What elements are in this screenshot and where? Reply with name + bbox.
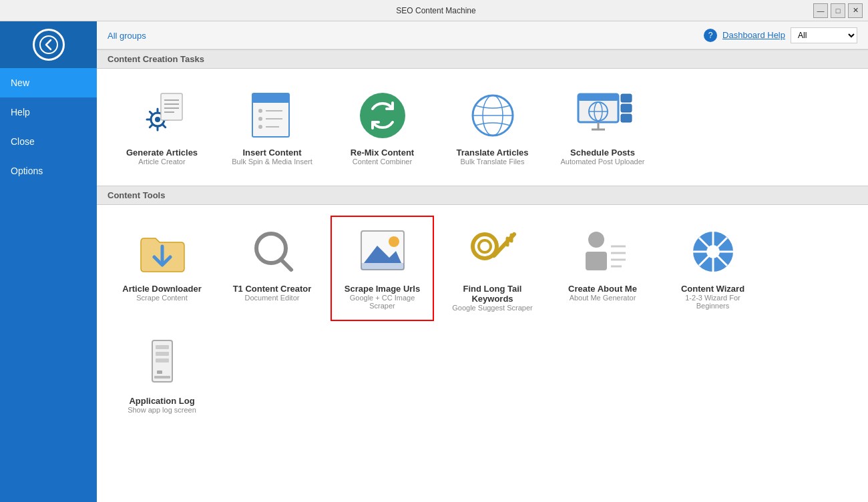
svg-point-0 <box>40 36 57 53</box>
tool-schedule-posts[interactable]: Schedule Posts Automated Post Uploader <box>551 79 654 175</box>
tool-article-downloader[interactable]: Article Downloader Scrape Content <box>110 216 214 321</box>
find-long-tail-keywords-title: Find Long Tail Keywords <box>447 284 537 304</box>
svg-point-2 <box>155 117 160 122</box>
svg-line-10 <box>150 124 152 127</box>
insert-content-subtitle: Bulk Spin & Media Insert <box>232 158 312 166</box>
content-tools-header: Content Tools <box>97 186 868 205</box>
scrape-image-urls-icon <box>353 225 413 278</box>
titlebar: SEO Content Machine — □ ✕ <box>0 0 868 21</box>
svg-point-20 <box>258 117 262 121</box>
content-wizard-subtitle: 1-2-3 Wizard For Beginners <box>668 294 758 310</box>
tool-t1-content-creator[interactable]: T1 Content Creator Document Editor <box>220 216 324 321</box>
svg-rect-17 <box>252 93 289 103</box>
dashboard-help-link[interactable]: Dashboard Help <box>722 30 785 40</box>
topbar-left: All groups <box>107 29 146 41</box>
app-title: SEO Content Machine <box>59 6 813 15</box>
sidebar-logo[interactable] <box>0 21 97 68</box>
tool-content-wizard[interactable]: Content Wizard 1-2-3 Wizard For Beginner… <box>661 216 765 321</box>
scrape-image-urls-title: Scrape Image Urls <box>345 284 420 294</box>
sidebar: New Help Close Options <box>0 21 97 502</box>
content-area: All groups ? Dashboard Help All Content … <box>97 21 868 502</box>
schedule-posts-subtitle: Automated Post Uploader <box>561 158 645 166</box>
application-log-title: Application Log <box>129 396 194 406</box>
tool-application-log[interactable]: Application Log Show app log screen <box>110 328 214 423</box>
tool-create-about-me[interactable]: Create About Me About Me Generator <box>551 216 654 321</box>
content-wizard-title: Content Wizard <box>681 284 744 294</box>
sidebar-item-options[interactable]: Options <box>0 156 97 186</box>
content-creation-grid: Generate Articles Article Creator <box>97 69 868 186</box>
generate-articles-icon <box>132 89 192 142</box>
filter-dropdown[interactable]: All <box>791 27 857 43</box>
svg-rect-11 <box>161 93 182 120</box>
translate-articles-subtitle: Bulk Translate Files <box>461 158 525 166</box>
t1-content-creator-subtitle: Document Editor <box>245 294 300 302</box>
all-groups-link[interactable]: All groups <box>107 31 146 41</box>
schedule-posts-title: Schedule Posts <box>570 148 635 158</box>
article-downloader-subtitle: Scrape Content <box>136 294 187 302</box>
svg-rect-65 <box>156 358 169 362</box>
t1-content-creator-icon <box>242 225 302 278</box>
insert-content-title: Insert Content <box>242 148 301 158</box>
maximize-button[interactable]: □ <box>831 3 845 18</box>
tool-translate-articles[interactable]: Translate Articles Bulk Translate Files <box>441 79 544 175</box>
tool-insert-content[interactable]: Insert Content Bulk Spin & Media Insert <box>220 79 324 175</box>
svg-rect-29 <box>578 94 618 101</box>
svg-line-8 <box>162 124 165 127</box>
create-about-me-title: Create About Me <box>568 284 637 294</box>
back-button[interactable] <box>33 29 65 61</box>
content-tools-grid: Article Downloader Scrape Content T1 Con… <box>97 205 868 434</box>
remix-content-title: Re-Mix Content <box>351 148 414 158</box>
article-downloader-icon <box>132 225 192 278</box>
minimize-button[interactable]: — <box>813 3 828 18</box>
svg-rect-36 <box>621 104 632 112</box>
svg-line-40 <box>281 260 291 270</box>
sidebar-item-help[interactable]: Help <box>0 97 97 127</box>
article-downloader-title: Article Downloader <box>122 284 201 294</box>
scrape-image-urls-subtitle: Google + CC Image Scraper <box>337 294 427 310</box>
svg-rect-44 <box>361 263 404 270</box>
close-button[interactable]: ✕ <box>848 3 863 18</box>
t1-content-creator-title: T1 Content Creator <box>233 284 312 294</box>
tool-scrape-image-urls[interactable]: Scrape Image Urls Google + CC Image Scra… <box>331 216 434 321</box>
svg-rect-35 <box>621 94 632 102</box>
svg-line-7 <box>150 111 152 114</box>
svg-rect-63 <box>156 345 169 349</box>
svg-point-18 <box>258 109 262 113</box>
translate-articles-icon <box>463 89 523 142</box>
help-icon[interactable]: ? <box>704 29 717 42</box>
insert-content-icon <box>242 89 302 142</box>
generate-articles-subtitle: Article Creator <box>138 158 185 166</box>
svg-point-61 <box>706 245 720 258</box>
create-about-me-subtitle: About Me Generator <box>570 294 636 302</box>
find-long-tail-keywords-icon <box>463 225 523 278</box>
svg-point-22 <box>258 125 262 129</box>
generate-articles-title: Generate Articles <box>126 148 198 158</box>
svg-rect-67 <box>154 376 170 379</box>
application-log-icon <box>132 337 192 391</box>
svg-rect-37 <box>621 114 632 122</box>
svg-rect-64 <box>156 352 169 356</box>
sidebar-item-close[interactable]: Close <box>0 127 97 156</box>
svg-point-46 <box>479 240 491 252</box>
svg-rect-66 <box>157 370 162 374</box>
content-wizard-icon <box>683 225 743 278</box>
svg-point-50 <box>588 232 604 248</box>
remix-content-icon <box>353 89 413 142</box>
tool-find-long-tail-keywords[interactable]: Find Long Tail Keywords Google Suggest S… <box>441 216 544 321</box>
svg-point-24 <box>360 93 405 138</box>
create-about-me-icon <box>573 225 633 278</box>
tool-generate-articles[interactable]: Generate Articles Article Creator <box>110 79 214 175</box>
find-long-tail-keywords-subtitle: Google Suggest Scraper <box>452 304 532 312</box>
svg-rect-51 <box>586 252 607 270</box>
svg-point-43 <box>389 236 399 247</box>
content-creation-header: Content Creation Tasks <box>97 49 868 69</box>
app-layout: New Help Close Options All groups ? Dash… <box>0 21 868 502</box>
topbar: All groups ? Dashboard Help All <box>97 21 868 49</box>
application-log-subtitle: Show app log screen <box>128 406 196 414</box>
tool-remix-content[interactable]: Re-Mix Content Content Combiner <box>331 79 434 175</box>
sidebar-item-new[interactable]: New <box>0 68 97 97</box>
translate-articles-title: Translate Articles <box>457 148 529 158</box>
remix-content-subtitle: Content Combiner <box>353 158 412 166</box>
window-controls[interactable]: — □ ✕ <box>813 3 863 18</box>
schedule-posts-icon <box>573 89 633 142</box>
